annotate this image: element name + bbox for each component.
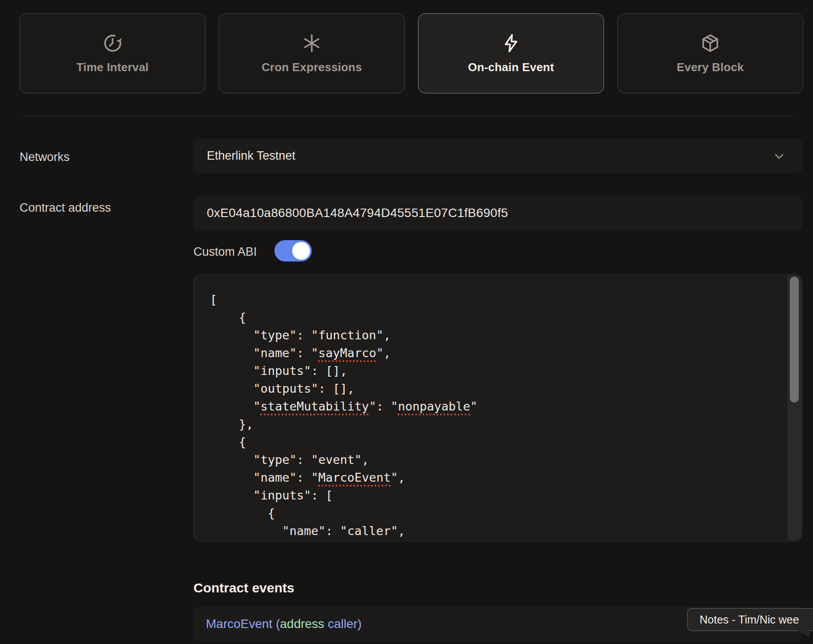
clock-history-icon [102,33,123,53]
code-line: }, [210,415,771,433]
code-line: "inputs": [], [210,362,771,380]
code-line: "name": "caller", [210,522,771,540]
custom-abi-toggle[interactable] [274,240,312,262]
editor-scrollbar-track [788,275,801,540]
lightning-icon [501,33,521,53]
networks-select[interactable]: Etherlink Testnet [193,139,802,173]
trigger-type-label: On-chain Event [468,60,554,74]
chevron-down-icon [772,149,786,163]
code-line: [ [210,291,771,309]
code-line: { [210,504,771,522]
asterisk-icon [302,33,322,53]
contract-address-label: Contract address [20,201,111,215]
trigger-type-card-cron-expressions[interactable]: Cron Expressions [219,13,405,93]
code-line: { [210,309,771,326]
trigger-type-label: Time Interval [76,60,149,74]
abi-code-content: [ { "type": "function", "name": "sayMarc… [194,275,802,540]
trigger-type-card-every-block[interactable]: Every Block [617,13,803,93]
code-line: { [210,433,771,451]
networks-label: Networks [20,150,70,164]
code-line: "name": "sayMarco", [210,344,771,362]
contract-events-heading: Contract events [193,580,294,596]
trigger-type-label: Cron Expressions [262,60,362,74]
contract-address-input[interactable] [193,196,802,230]
code-line: "name": "MarcoEvent", [210,469,771,487]
trigger-type-card-on-chain-event[interactable]: On-chain Event [418,13,604,93]
code-line: "inputs": [ [210,487,771,504]
notes-window-tooltip-tail [797,630,810,638]
section-divider [20,116,794,117]
code-line: "type": "event", [210,451,771,469]
trigger-type-cards: Time Interval Cron Expressions On-chain … [20,13,803,93]
code-line: "type": "function", [210,326,771,344]
abi-code-editor[interactable]: [ { "type": "function", "name": "sayMarc… [193,274,802,541]
custom-abi-label: Custom ABI [193,245,257,259]
notes-window-tooltip[interactable]: Notes - Tim/Nic wee [687,608,813,631]
cube-icon [700,33,720,53]
toggle-knob [292,242,310,260]
networks-selected-value: Etherlink Testnet [207,149,772,163]
onchain-trigger-config-page: Time Interval Cron Expressions On-chain … [0,0,813,644]
trigger-type-label: Every Block [676,60,744,74]
code-line: "stateMutability": "nonpayable" [210,398,771,415]
code-line: "outputs": [], [210,380,771,398]
notes-window-tooltip-text: Notes - Tim/Nic wee [700,613,799,626]
trigger-type-card-time-interval[interactable]: Time Interval [20,13,205,93]
editor-scrollbar-thumb[interactable] [790,277,799,402]
contract-event-signature: MarcoEvent (address caller) [206,617,362,631]
